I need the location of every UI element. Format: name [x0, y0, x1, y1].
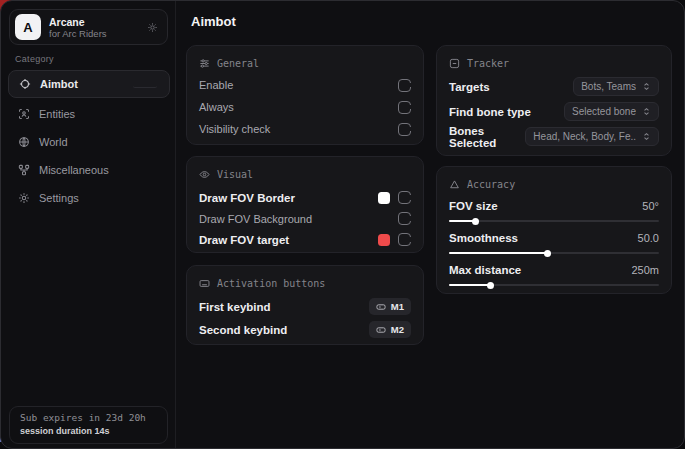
workflow-icon [18, 164, 30, 176]
sidebar-item-label: Entities [39, 108, 75, 120]
setting-row-find-bone-type: Find bone type Selected bone [449, 99, 659, 124]
panel-tracker: Tracker Targets Bots, Teams Find bone ty… [436, 45, 672, 156]
chevron-up-down-icon [642, 132, 651, 141]
setting-row-second-keybind: Second keybind M2 [199, 318, 411, 341]
setting-group-fov-size: FOV size 50° [449, 197, 659, 222]
fov-target-checkbox[interactable] [398, 233, 411, 246]
app-window: A Arcane for Arc Riders Category [0, 0, 685, 449]
setting-row-always: Always [199, 96, 411, 118]
select-value: Selected bone [572, 106, 636, 117]
sidebar-item-world[interactable]: World [1, 128, 176, 156]
fov-border-color-swatch[interactable] [378, 192, 390, 204]
fov-border-checkbox[interactable] [398, 191, 411, 204]
sidebar-nav: Entities World [1, 100, 176, 212]
fov-size-value: 50° [642, 200, 659, 212]
first-keybind-button[interactable]: M1 [369, 298, 411, 315]
fov-target-color-swatch[interactable] [378, 234, 390, 246]
setting-label: Targets [449, 81, 490, 93]
keybind-value: M1 [391, 301, 404, 312]
setting-label: First keybind [199, 301, 271, 313]
setting-label: Find bone type [449, 106, 531, 118]
globe-icon [18, 136, 30, 148]
sidebar-item-label: Settings [39, 192, 79, 204]
settings-gear-icon [18, 192, 30, 204]
setting-row-targets: Targets Bots, Teams [449, 74, 659, 99]
brand-name: Arcane [49, 16, 107, 28]
panel-accuracy: Accuracy FOV size 50° Smoothness 50.0 [436, 166, 672, 294]
setting-row-fov-border: Draw FOV Border [199, 187, 411, 208]
sidebar-item-entities[interactable]: Entities [1, 100, 176, 128]
setting-group-smoothness: Smoothness 50.0 [449, 229, 659, 254]
smoothness-value: 50.0 [638, 232, 659, 244]
targets-select[interactable]: Bots, Teams [573, 77, 659, 96]
keyboard-icon [199, 278, 210, 289]
panel-activation-header: Activation buttons [199, 278, 411, 289]
panel-general: General Enable Always Visibility check [186, 45, 424, 145]
triangle-icon [449, 179, 460, 190]
panel-title: Visual [217, 169, 253, 180]
brand-card: A Arcane for Arc Riders [9, 9, 168, 45]
setting-label: Second keybind [199, 324, 287, 336]
panel-title: Tracker [467, 58, 509, 69]
panel-general-header: General [199, 58, 411, 69]
select-value: Head, Neck, Body, Fe.. [533, 131, 636, 142]
fov-size-slider[interactable] [449, 220, 659, 222]
screen: A Arcane for Arc Riders Category [0, 0, 685, 449]
max-distance-value: 250m [631, 264, 659, 276]
setting-row-first-keybind: First keybind M1 [199, 295, 411, 318]
setting-label: Always [199, 101, 234, 113]
slider-fill[interactable] [449, 220, 476, 222]
fov-background-checkbox[interactable] [398, 212, 411, 225]
panel-title: General [217, 58, 259, 69]
setting-label: Draw FOV target [199, 234, 289, 246]
panel-visual: Visual Draw FOV Border Draw FOV Backgrou… [186, 156, 424, 253]
mouse-icon [376, 302, 386, 312]
sidebar: A Arcane for Arc Riders Category [1, 1, 176, 448]
sidebar-item-settings[interactable]: Settings [1, 184, 176, 212]
panel-activation-buttons: Activation buttons First keybind M1 Seco… [186, 265, 424, 345]
crosshair-icon [19, 78, 31, 90]
sidebar-item-miscellaneous[interactable]: Miscellaneous [1, 156, 176, 184]
panel-visual-header: Visual [199, 169, 411, 180]
enable-checkbox[interactable] [398, 79, 411, 92]
panel-title: Activation buttons [217, 278, 325, 289]
setting-label: Smoothness [449, 232, 518, 244]
setting-label: FOV size [449, 200, 498, 212]
sidebar-item-hint [133, 80, 157, 88]
setting-label: Bones Selected [449, 125, 525, 149]
sidebar-item-aimbot[interactable]: Aimbot [8, 70, 170, 98]
sidebar-item-label: Miscellaneous [39, 164, 109, 176]
category-label: Category [15, 54, 54, 64]
always-checkbox[interactable] [398, 101, 411, 114]
keybind-value: M2 [391, 324, 404, 335]
brand-logo: A [15, 14, 41, 40]
gear-icon[interactable] [147, 22, 158, 33]
second-keybind-button[interactable]: M2 [369, 321, 411, 338]
slider-fill[interactable] [449, 284, 491, 286]
eye-icon [199, 169, 210, 180]
bones-selected-select[interactable]: Head, Neck, Body, Fe.. [525, 127, 659, 146]
tracker-frame-icon [449, 58, 460, 69]
slider-fill[interactable] [449, 252, 548, 254]
setting-group-max-distance: Max distance 250m [449, 261, 659, 286]
sidebar-item-label: World [39, 136, 68, 148]
setting-label: Enable [199, 79, 233, 91]
subscription-expiry: Sub expires in 23d 20h [20, 412, 157, 423]
smoothness-slider[interactable] [449, 252, 659, 254]
page-title: Aimbot [191, 14, 236, 29]
mouse-icon [376, 325, 386, 335]
entities-scan-icon [18, 108, 30, 120]
sliders-icon [199, 58, 210, 69]
panel-title: Accuracy [467, 179, 515, 190]
setting-row-bones-selected: Bones Selected Head, Neck, Body, Fe.. [449, 124, 659, 149]
visibility-check-checkbox[interactable] [398, 123, 411, 136]
setting-label: Visibility check [199, 123, 270, 135]
max-distance-slider[interactable] [449, 284, 659, 286]
sidebar-item-label: Aimbot [40, 78, 78, 90]
setting-row-fov-target: Draw FOV target [199, 229, 411, 250]
panel-accuracy-header: Accuracy [449, 179, 659, 190]
setting-row-fov-background: Draw FOV Background [199, 208, 411, 229]
find-bone-type-select[interactable]: Selected bone [564, 102, 659, 121]
setting-row-visibility-check: Visibility check [199, 118, 411, 140]
setting-row-enable: Enable [199, 74, 411, 96]
